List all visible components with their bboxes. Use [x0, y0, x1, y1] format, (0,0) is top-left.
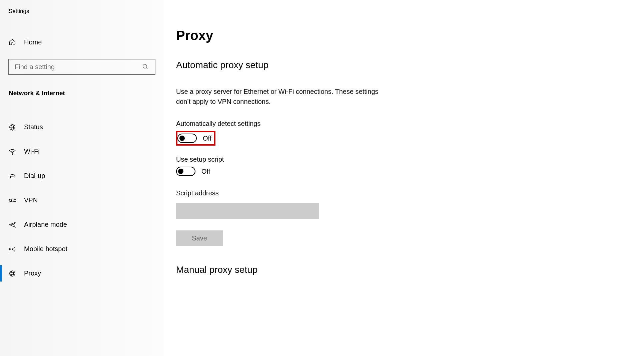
wifi-icon [9, 148, 17, 155]
home-icon [9, 38, 17, 46]
nav-item-dialup[interactable]: Dial-up [0, 164, 163, 188]
status-icon [9, 124, 17, 131]
proxy-icon [9, 270, 17, 277]
auto-proxy-heading: Automatic proxy setup [176, 60, 644, 70]
manual-proxy-heading: Manual proxy setup [176, 264, 644, 275]
use-script-label: Use setup script [176, 156, 644, 163]
nav-item-proxy[interactable]: Proxy [0, 261, 163, 286]
use-script-value: Off [201, 168, 210, 175]
svg-point-14 [10, 271, 15, 276]
nav-item-wifi[interactable]: Wi-Fi [0, 139, 163, 164]
nav-item-airplane[interactable]: Airplane mode [0, 212, 163, 237]
app-title: Settings [0, 0, 163, 15]
dialup-icon [9, 173, 17, 179]
svg-point-13 [12, 248, 13, 249]
auto-proxy-description: Use a proxy server for Ethernet or Wi-Fi… [176, 86, 390, 107]
auto-detect-toggle[interactable] [177, 134, 197, 143]
category-heading: Network & Internet [0, 90, 163, 97]
search-box[interactable] [8, 59, 155, 75]
script-address-label: Script address [176, 189, 644, 197]
nav-item-label: Status [24, 123, 43, 131]
svg-point-0 [143, 64, 147, 68]
nav-item-vpn[interactable]: VPN [0, 188, 163, 212]
svg-point-6 [12, 153, 13, 154]
hotspot-icon [9, 245, 17, 253]
nav-item-label: Mobile hotspot [24, 245, 67, 253]
svg-point-15 [11, 271, 13, 276]
nav-home-label: Home [24, 38, 42, 46]
use-script-toggle[interactable] [176, 167, 195, 176]
nav-home[interactable]: Home [0, 34, 163, 50]
nav-item-hotspot[interactable]: Mobile hotspot [0, 237, 163, 261]
search-input[interactable] [15, 63, 142, 71]
main-content: Proxy Automatic proxy setup Use a proxy … [163, 0, 644, 356]
save-button: Save [176, 230, 223, 246]
script-address-input [176, 203, 319, 219]
nav-list: Status Wi-Fi [0, 115, 163, 286]
svg-point-9 [12, 177, 12, 177]
vpn-icon [9, 197, 17, 203]
svg-point-8 [11, 177, 12, 177]
nav-item-label: Dial-up [24, 172, 45, 180]
svg-point-10 [13, 177, 13, 177]
nav-item-label: VPN [24, 196, 38, 204]
page-title: Proxy [176, 28, 644, 43]
sidebar: Settings Home Network & Internet [0, 0, 163, 356]
svg-line-1 [146, 68, 148, 69]
nav-item-label: Wi-Fi [24, 148, 40, 155]
nav-item-label: Airplane mode [24, 221, 67, 228]
nav-item-status[interactable]: Status [0, 115, 163, 139]
auto-detect-label: Automatically detect settings [176, 120, 644, 128]
search-icon [142, 63, 149, 70]
airplane-icon [9, 221, 17, 228]
highlight-annotation: Off [176, 131, 215, 146]
nav-item-label: Proxy [24, 270, 41, 277]
auto-detect-value: Off [203, 135, 211, 142]
